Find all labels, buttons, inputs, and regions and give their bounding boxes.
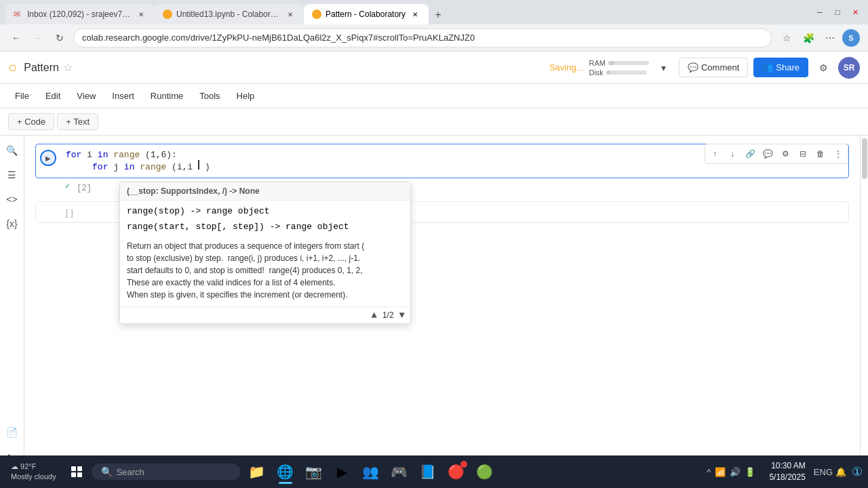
minimap-scrollbar[interactable] xyxy=(862,138,867,179)
code-var-j: j xyxy=(113,162,124,172)
restore-button[interactable]: □ xyxy=(830,5,845,20)
share-button[interactable]: 👥 Share xyxy=(753,58,808,77)
link-button[interactable]: 🔗 xyxy=(742,146,758,162)
sidebar-code-icon[interactable]: <> xyxy=(3,190,22,209)
sidebar-vars-icon[interactable]: {x} xyxy=(3,214,22,233)
win-grid-cell-3 xyxy=(71,472,76,477)
wifi-icon[interactable]: 📶 xyxy=(715,467,726,477)
more-icon[interactable]: ⋯ xyxy=(821,28,840,47)
edge-icon: 🌐 xyxy=(277,464,294,480)
right-sidebar xyxy=(860,136,868,466)
start-button[interactable] xyxy=(64,460,89,484)
notebook-title[interactable]: Pattern xyxy=(24,62,59,74)
run-button[interactable]: ▶ xyxy=(36,144,60,178)
menu-runtime[interactable]: Runtime xyxy=(144,88,190,104)
window-controls: ─ □ ✕ xyxy=(812,5,863,20)
menu-help[interactable]: Help xyxy=(230,88,262,104)
autocomplete-next-button[interactable]: ▼ xyxy=(399,310,405,321)
add-text-button[interactable]: + Text xyxy=(57,113,98,130)
cell-toolbar: ↑ ↓ 🔗 💬 ⚙ ⊟ 🗑 ⋮ xyxy=(705,144,848,164)
minimize-button[interactable]: ─ xyxy=(812,5,827,20)
run-button-circle[interactable]: ▶ xyxy=(40,150,56,166)
taskbar-app-file-explorer[interactable]: 📁 xyxy=(243,458,271,485)
delete-button[interactable]: 🗑 xyxy=(812,146,829,162)
move-down-button[interactable]: ↓ xyxy=(724,146,741,162)
system-tray-expand[interactable]: ^ xyxy=(707,467,711,477)
menu-file[interactable]: File xyxy=(8,88,36,104)
forward-button[interactable]: → xyxy=(30,30,46,46)
taskbar-app-misc2[interactable]: 🟢 xyxy=(471,458,498,485)
weather-condition: Mostly cloudy xyxy=(11,472,56,482)
in-keyword: in xyxy=(98,150,108,160)
reload-button[interactable]: ↻ xyxy=(52,30,68,46)
code-cell[interactable]: ▶ for i in range (1,6): xyxy=(35,144,849,178)
autocomplete-header: (__stop: SupportsIndex, /) -> None xyxy=(120,182,410,201)
execution-count: [2] xyxy=(71,181,97,196)
tab2-favicon xyxy=(163,9,172,19)
browser-tab-2[interactable]: Untitled13.ipynb - Colaboratory ✕ xyxy=(155,4,304,24)
weather-widget[interactable]: ☁ 92°F Mostly cloudy xyxy=(5,462,62,483)
menu-tools[interactable]: Tools xyxy=(193,88,226,104)
more-cell-button[interactable]: ⋮ xyxy=(830,146,846,162)
taskbar-search[interactable]: 🔍 Search xyxy=(92,464,241,480)
mirror-button[interactable]: ⊟ xyxy=(795,146,811,162)
address-bar[interactable]: colab.research.google.com/drive/1ZyPkPU-… xyxy=(73,28,772,47)
ram-label: RAM xyxy=(589,59,605,67)
close-button[interactable]: ✕ xyxy=(848,5,863,20)
bookmark-icon[interactable]: ☆ xyxy=(777,28,796,47)
browser-tab-1[interactable]: ✉ Inbox (120,092) - srajeev701@g... ✕ xyxy=(5,4,155,24)
tab3-close[interactable]: ✕ xyxy=(410,9,420,20)
notifications-icon[interactable]: 🔔 xyxy=(835,467,846,477)
taskbar-app-media[interactable]: ▶ xyxy=(329,458,356,485)
autocomplete-page: 1/2 xyxy=(382,310,394,320)
word-icon: 📘 xyxy=(419,464,436,480)
profile-avatar[interactable]: S xyxy=(842,29,860,47)
tab2-close[interactable]: ✕ xyxy=(285,9,296,20)
browser-titlebar: ✉ Inbox (120,092) - srajeev701@g... ✕ Un… xyxy=(0,0,868,24)
autocomplete-description: Return an object that produces a sequenc… xyxy=(120,237,410,306)
network-status-icon: ① xyxy=(852,464,863,479)
taskbar-clock[interactable]: 10:30 AM 5/18/2025 xyxy=(764,460,810,483)
left-sidebar: 🔍 ☰ <> {x} 📄 ▶ xyxy=(0,136,24,466)
menu-view[interactable]: View xyxy=(70,88,102,104)
extensions-icon[interactable]: 🧩 xyxy=(799,28,818,47)
comment-button[interactable]: 💬 Comment xyxy=(679,58,748,77)
sidebar-toc-icon[interactable]: ☰ xyxy=(3,165,22,184)
language-icon[interactable]: ENG xyxy=(814,467,833,477)
new-tab-button[interactable]: + xyxy=(429,5,448,24)
taskbar-app-camera[interactable]: 📷 xyxy=(300,458,328,485)
settings-icon[interactable]: ⚙ xyxy=(814,58,833,77)
taskbar-app-teams[interactable]: 👥 xyxy=(357,458,384,485)
menu-edit[interactable]: Edit xyxy=(39,88,67,104)
comment-cell-button[interactable]: 💬 xyxy=(760,146,776,162)
taskbar-app-misc1[interactable]: 🔴 xyxy=(443,458,470,485)
in2-keyword: in xyxy=(124,162,135,172)
autocomplete-item-2[interactable]: range(start, stop[, step]) -> range obje… xyxy=(120,219,410,235)
autocomplete-item-1[interactable]: range(stop) -> range object xyxy=(120,203,410,219)
disk-label: Disk xyxy=(589,68,603,77)
autocomplete-prev-button[interactable]: ▲ xyxy=(372,310,377,321)
weather-icon: ☁ xyxy=(11,462,18,470)
sidebar-files-icon[interactable]: 📄 xyxy=(3,423,22,442)
tab1-close[interactable]: ✕ xyxy=(136,9,146,20)
system-icons: ^ 📶 🔊 🔋 xyxy=(701,467,761,477)
cell-settings-button[interactable]: ⚙ xyxy=(777,146,793,162)
taskbar-app-word[interactable]: 📘 xyxy=(414,458,441,485)
chevron-down-icon[interactable]: ▾ xyxy=(654,58,673,77)
battery-icon[interactable]: 🔋 xyxy=(745,467,755,477)
browser-tab-3[interactable]: Pattern - Colaboratory ✕ xyxy=(304,4,429,24)
move-up-button[interactable]: ↑ xyxy=(707,146,723,162)
user-avatar[interactable]: SR xyxy=(838,57,860,79)
notification-badge xyxy=(460,461,467,468)
autocomplete-popup: (__stop: SupportsIndex, /) -> None range… xyxy=(119,182,411,324)
volume-icon[interactable]: 🔊 xyxy=(730,467,741,477)
back-button[interactable]: ← xyxy=(8,30,24,46)
range-func: range xyxy=(113,150,140,160)
menu-insert[interactable]: Insert xyxy=(105,88,141,104)
star-icon[interactable]: ☆ xyxy=(63,61,73,74)
taskbar-app-xbox[interactable]: 🎮 xyxy=(386,458,413,485)
add-code-button[interactable]: + Code xyxy=(8,113,54,130)
sidebar-search-icon[interactable]: 🔍 xyxy=(3,141,22,160)
browser-toolbar-icons: ☆ 🧩 ⋯ S xyxy=(777,28,860,47)
taskbar-app-edge[interactable]: 🌐 xyxy=(272,458,299,485)
